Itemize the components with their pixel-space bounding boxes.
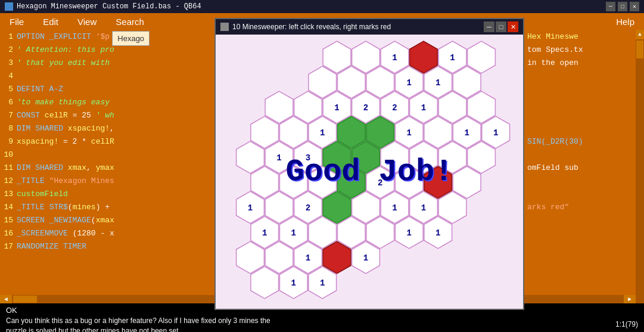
svg-text:1: 1: [493, 128, 498, 138]
svg-text:1: 1: [248, 203, 253, 213]
code-line: 5 DEFINT A-Z: [0, 82, 220, 95]
svg-text:1: 1: [421, 203, 426, 213]
menu-edit[interactable]: Edit: [39, 15, 62, 28]
position-indicator: 1:1(79): [615, 320, 638, 328]
svg-text:2: 2: [363, 103, 368, 113]
code-container: 1 OPTION _EXPLICIT '$p 2 ' Attention: th…: [0, 30, 220, 302]
svg-text:1: 1: [450, 53, 455, 63]
code-line: 4: [0, 69, 220, 82]
game-minimize-button[interactable]: ─: [484, 21, 494, 32]
svg-text:1: 1: [291, 278, 296, 288]
svg-text:1: 1: [306, 253, 310, 263]
vertical-scrollbar[interactable]: ▲ ▼: [636, 30, 644, 325]
status-line2: puzzle is solved but the other mines hav…: [6, 327, 181, 332]
status-message: Can you think this as a bug or a higher …: [6, 316, 638, 332]
game-window-title: 10 Minesweeper: left click reveals, righ…: [232, 23, 391, 31]
game-close-button[interactable]: ✕: [508, 21, 518, 32]
code-line: 13 customField: [0, 187, 220, 200]
svg-text:1: 1: [392, 53, 397, 63]
svg-text:1: 1: [435, 228, 440, 238]
svg-text:1: 1: [334, 103, 339, 113]
good-job-overlay: Good Job!: [286, 154, 453, 190]
svg-text:1: 1: [435, 78, 440, 88]
app-icon: [5, 2, 13, 11]
svg-text:1: 1: [407, 78, 412, 88]
scroll-up-arrow[interactable]: ▲: [636, 30, 644, 39]
svg-text:2: 2: [306, 203, 310, 213]
svg-text:1: 1: [407, 228, 412, 238]
svg-text:1: 1: [363, 253, 368, 263]
code-line: 17 RANDOMIZE TIMER: [0, 240, 220, 253]
code-line: 7 CONST cellR = 25 ' wh: [0, 108, 220, 122]
game-title-bar: 10 Minesweeper: left click reveals, righ…: [216, 19, 523, 35]
svg-text:1: 1: [392, 203, 397, 213]
svg-text:1: 1: [421, 103, 426, 113]
code-line: 2 ' Attention: this pro: [0, 43, 220, 56]
svg-text:1: 1: [465, 128, 469, 138]
window-controls: ─ □ ✕: [606, 2, 639, 11]
close-button[interactable]: ✕: [630, 2, 639, 11]
code-line: 3 ' that you edit with: [0, 56, 220, 69]
code-line: 15 SCREEN _NEWIMAGE(xmax: [0, 213, 220, 226]
code-line: 10: [0, 148, 220, 161]
search-dropdown-box: Hexago: [112, 31, 150, 46]
menu-file[interactable]: File: [6, 15, 27, 28]
code-line: 14 _TITLE STR$(mines) +: [0, 200, 220, 213]
title-bar: Hexagon Minesweeper Custom Field.bas - Q…: [0, 0, 644, 13]
game-app-icon: [220, 23, 229, 31]
menu-help[interactable]: Help: [612, 15, 638, 28]
menu-search-label[interactable]: Search: [112, 15, 148, 28]
code-line: 8 DIM SHARED xspacing!,: [0, 122, 220, 135]
menu-search[interactable]: Search Hexago: [112, 17, 148, 27]
svg-text:1: 1: [291, 228, 296, 238]
minimize-button[interactable]: ─: [606, 2, 615, 11]
v-scroll-track[interactable]: [636, 39, 644, 315]
code-line: 6 'to make things easy: [0, 95, 220, 108]
scroll-left-arrow[interactable]: ◄: [0, 295, 12, 303]
scroll-thumb[interactable]: [13, 296, 37, 303]
svg-text:1: 1: [320, 278, 325, 288]
code-line: 16 _SCREENMOVE (1280 - x: [0, 226, 220, 240]
v-scroll-thumb[interactable]: [636, 41, 643, 58]
game-maximize-button[interactable]: □: [496, 21, 506, 32]
svg-text:1: 1: [407, 128, 412, 138]
scroll-right-arrow[interactable]: ►: [624, 295, 636, 303]
code-line: 9 xspacing! = 2 * cellR: [0, 135, 220, 148]
code-line: 11 DIM SHARED xmax, ymax: [0, 161, 220, 174]
svg-text:1: 1: [320, 128, 325, 138]
menu-view[interactable]: View: [74, 15, 100, 28]
svg-text:1: 1: [262, 228, 267, 238]
svg-text:1: 1: [276, 153, 281, 163]
game-window: 10 Minesweeper: left click reveals, righ…: [214, 18, 524, 310]
hex-game-canvas[interactable]: Good Job! // We'll draw hexagons program…: [216, 35, 523, 309]
status-line1: Can you think this as a bug or a higher …: [6, 317, 270, 325]
code-line: 12 _TITLE "Hexagon Mines: [0, 174, 220, 187]
svg-text:2: 2: [392, 103, 397, 113]
code-line: 1 OPTION _EXPLICIT '$p: [0, 30, 220, 43]
window-title: Hexagon Minesweeper Custom Field.bas - Q…: [17, 2, 201, 11]
maximize-button[interactable]: □: [618, 2, 627, 11]
right-code: Hex Mineswe tom Specs.tx in the open SIN…: [525, 30, 644, 302]
game-window-controls: ─ □ ✕: [484, 21, 518, 32]
